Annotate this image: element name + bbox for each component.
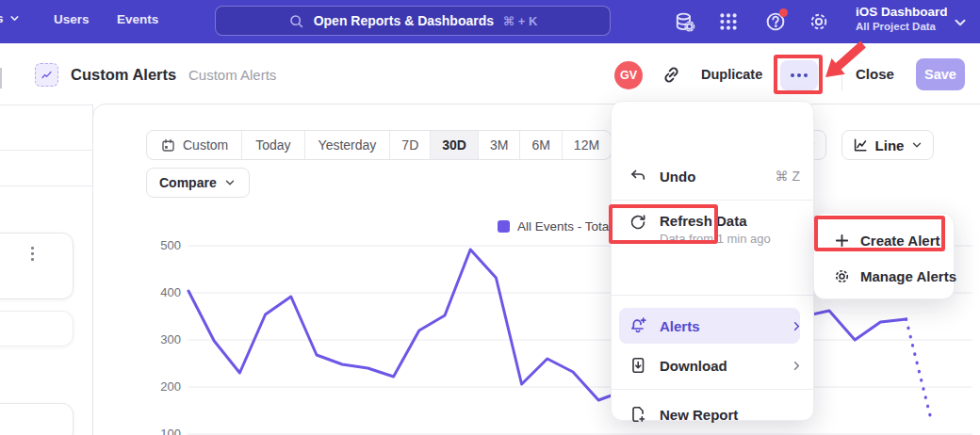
search-placeholder: Open Reports & Dashboards	[314, 13, 494, 28]
menu-item-subtext: Data from 1 min ago	[660, 232, 771, 246]
help-icon[interactable]	[764, 10, 787, 33]
alerts-submenu: Create Alert Manage Alerts	[813, 213, 955, 299]
sidebar-divider	[92, 104, 93, 435]
data-management-icon[interactable]	[673, 10, 695, 33]
top-navigation-bar: s Users Events Open Reports & Dashboards…	[0, 0, 980, 43]
date-range-12m[interactable]: 12M	[563, 131, 611, 159]
new-report-icon	[629, 405, 647, 424]
date-range-label: 6M	[531, 137, 549, 153]
date-range-label: 30D	[442, 137, 466, 153]
y-axis-tick: 100	[149, 427, 181, 435]
search-shortcut: ⌘ + K	[503, 14, 537, 28]
nav-item-events[interactable]: Events	[117, 12, 158, 26]
menu-item-label: Undo	[660, 169, 695, 185]
date-range-label: Today	[255, 137, 290, 153]
menu-item-label: Refresh Data	[660, 213, 747, 229]
project-scope: All Project Data	[856, 21, 948, 32]
menu-divider	[612, 295, 815, 296]
search-icon	[288, 13, 304, 29]
calendar-icon	[160, 137, 176, 153]
dashboard-card-preview	[0, 233, 74, 299]
nav-item-label: s	[0, 11, 4, 25]
project-switcher[interactable]: iOS Dashboard All Project Data	[856, 5, 948, 32]
date-range-30d[interactable]: 30D	[431, 131, 479, 159]
page-title: Custom Alerts	[71, 66, 176, 84]
project-name: iOS Dashboard	[856, 5, 948, 19]
chevron-right-icon	[790, 359, 804, 373]
chart-type-label: Line	[875, 137, 905, 153]
chevron-down-icon[interactable]	[952, 14, 969, 31]
clipped-element-fragment	[0, 68, 2, 89]
chart-legend[interactable]: All Events - Total	[498, 219, 612, 234]
sidebar-row-divider	[0, 150, 92, 151]
report-toolbar: Custom Alerts Custom Alerts GV Duplicate…	[0, 43, 980, 104]
chevron-down-icon	[8, 12, 21, 24]
breadcrumb: Custom Alerts	[188, 67, 276, 83]
sidebar-row-divider	[0, 105, 92, 105]
more-options-button[interactable]	[780, 60, 818, 90]
nav-item-users[interactable]: Users	[54, 12, 90, 26]
date-range-label: 3M	[490, 137, 508, 153]
chevron-down-icon	[223, 176, 237, 189]
sidebar-row-divider	[0, 185, 92, 186]
menu-item-label: Create Alert	[860, 233, 939, 249]
y-axis-tick: 400	[149, 285, 181, 299]
report-icon	[35, 63, 58, 87]
save-button[interactable]: Save	[916, 58, 965, 90]
menu-item-label: New Report	[660, 407, 738, 423]
dashboard-card-preview	[0, 311, 74, 346]
more-options-menu: Refresh Data Data from 1 min ago Undo ⌘ …	[611, 101, 814, 421]
menu-item-label: Download	[660, 358, 727, 374]
legend-label: All Events - Total	[517, 219, 612, 234]
menu-item-label: Manage Alerts	[860, 268, 956, 284]
chevron-down-icon	[910, 138, 923, 152]
global-search-input[interactable]: Open Reports & Dashboards ⌘ + K	[215, 6, 611, 36]
y-axis-tick: 500	[149, 238, 181, 252]
menu-divider	[612, 389, 815, 390]
date-range-label: 12M	[574, 137, 599, 153]
create-alert-item[interactable]: Create Alert	[814, 223, 956, 257]
refresh-icon	[629, 213, 647, 232]
apps-grid-icon[interactable]	[717, 10, 740, 33]
gear-icon	[833, 267, 851, 285]
app-window: 500 400 300 200 100 All Events - Total C…	[0, 0, 980, 435]
nav-item-partial[interactable]: s	[0, 11, 21, 25]
menu-item-undo[interactable]: Undo ⌘ Z	[612, 159, 815, 193]
notification-badge	[779, 8, 788, 17]
date-range-7d[interactable]: 7D	[390, 131, 431, 159]
undo-icon	[629, 167, 647, 185]
date-range-yesterday[interactable]: Yesterday	[305, 131, 391, 159]
date-range-label: 7D	[401, 137, 418, 153]
date-range-custom[interactable]: Custom	[147, 131, 242, 159]
date-range-6m[interactable]: 6M	[520, 131, 562, 159]
y-axis-tick: 300	[149, 332, 181, 346]
compare-label: Compare	[159, 175, 217, 190]
dashboard-card-preview	[0, 403, 74, 435]
manage-alerts-item[interactable]: Manage Alerts	[814, 259, 956, 293]
menu-item-shortcut: ⌘ Z	[776, 169, 800, 184]
chart-type-button[interactable]: Line	[841, 130, 934, 160]
ellipsis-icon	[791, 73, 794, 77]
menu-item-refresh-data[interactable]: Refresh Data Data from 1 min ago	[612, 207, 815, 252]
download-icon	[629, 356, 647, 375]
legend-swatch	[498, 220, 510, 233]
date-range-3m[interactable]: 3M	[479, 131, 520, 159]
card-kebab-menu[interactable]	[31, 247, 34, 261]
date-range-control: Custom Today Yesterday 7D 30D 3M 6M 12M	[146, 130, 612, 160]
menu-item-download[interactable]: Download	[612, 348, 815, 382]
line-chart-icon	[852, 137, 869, 153]
compare-button[interactable]: Compare	[146, 168, 250, 198]
plus-icon	[833, 232, 851, 250]
duplicate-button[interactable]: Duplicate	[701, 67, 762, 82]
menu-item-new-report[interactable]: New Report	[612, 397, 815, 431]
date-range-today[interactable]: Today	[242, 131, 304, 159]
menu-divider	[612, 200, 815, 201]
avatar[interactable]: GV	[614, 61, 643, 89]
settings-icon[interactable]	[808, 10, 830, 33]
y-axis-tick: 200	[149, 379, 181, 394]
date-range-label: Yesterday	[318, 137, 377, 153]
close-button[interactable]: Close	[856, 66, 894, 82]
date-range-label: Custom	[183, 137, 228, 153]
toolbar-divider	[841, 60, 842, 90]
copy-link-icon[interactable]	[661, 64, 682, 86]
